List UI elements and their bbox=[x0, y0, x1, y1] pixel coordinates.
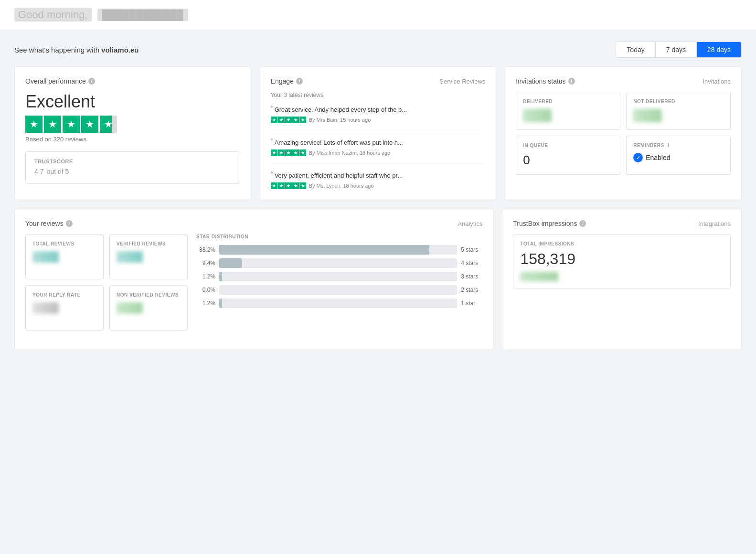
delivered-value bbox=[523, 109, 552, 122]
review-quote-3: Very patient, efficient and helpful staf… bbox=[271, 170, 486, 180]
review-meta-1: By Mrs Bain, 15 hours ago bbox=[309, 117, 371, 123]
greeting-heading: Good morning, ████████████ bbox=[14, 9, 742, 21]
main-content: See what's happening with voliamo.eu Tod… bbox=[0, 30, 756, 362]
trustscore-label: TRUSTSCORE bbox=[34, 159, 231, 164]
trustscore-value: 4.7 out of 5 bbox=[34, 164, 231, 177]
time-button-group: Today 7 days 28 days bbox=[616, 42, 742, 58]
verified-reviews-value bbox=[117, 251, 143, 263]
total-reviews-label: TOTAL REVIEWS bbox=[32, 241, 96, 246]
your-reviews-content: TOTAL REVIEWS VERIFIED REVIEWS YOUR REPL… bbox=[25, 234, 482, 339]
mini-star: ★ bbox=[271, 182, 277, 189]
trustscore-suffix: out of 5 bbox=[47, 168, 69, 175]
review-item-2: Amazing service! Lots of effort was put … bbox=[271, 137, 486, 163]
engage-card: Engage i Service Reviews Your 3 latest r… bbox=[260, 66, 497, 200]
non-verified-value bbox=[117, 302, 143, 314]
impressions-box: TOTAL IMPRESSIONS 158,319 bbox=[513, 234, 731, 288]
star-4: ★ bbox=[81, 116, 98, 133]
review-stars-2: ★ ★ ★ ★ ★ By Miss Iman Nazim, 18 hours a… bbox=[271, 149, 486, 156]
trustscore-box: TRUSTSCORE 4.7 out of 5 bbox=[25, 151, 240, 184]
review-meta-2: By Miss Iman Nazim, 18 hours ago bbox=[309, 150, 391, 156]
mini-star: ★ bbox=[271, 149, 277, 156]
trustbox-title: TrustBox impressions i Integrations bbox=[513, 220, 731, 227]
reminders-label: REMINDERS i bbox=[633, 143, 724, 148]
star-bar-bg-3 bbox=[219, 272, 457, 281]
greeting-text: Good morning, bbox=[14, 8, 92, 21]
mini-star: ★ bbox=[299, 117, 306, 123]
in-queue-label: IN QUEUE bbox=[523, 143, 613, 148]
bottom-cards-row: Your reviews i Analytics TOTAL REVIEWS V… bbox=[14, 209, 742, 350]
mini-stars-1: ★ ★ ★ ★ ★ bbox=[271, 117, 306, 123]
engage-title: Engage i Service Reviews bbox=[271, 77, 486, 85]
verified-reviews-label: VERIFIED REVIEWS bbox=[117, 241, 181, 246]
engage-service-reviews-link[interactable]: Service Reviews bbox=[439, 78, 485, 85]
total-reviews-box: TOTAL REVIEWS bbox=[25, 234, 104, 279]
not-delivered-box: NOT DELIVERED bbox=[626, 92, 731, 130]
mini-star: ★ bbox=[292, 117, 299, 123]
star-pct-3: 1.2% bbox=[196, 273, 215, 280]
reviews-stats-grid: TOTAL REVIEWS VERIFIED REVIEWS YOUR REPL… bbox=[25, 234, 188, 339]
star-label-1: 1 star bbox=[461, 300, 482, 307]
total-reviews-value bbox=[32, 251, 59, 263]
star-pct-2: 0.0% bbox=[196, 287, 215, 293]
subtitle-prefix: See what's happening with bbox=[14, 46, 99, 54]
mini-star: ★ bbox=[285, 117, 292, 123]
reminders-info-icon[interactable]: i bbox=[668, 143, 669, 148]
invitations-info-icon[interactable]: i bbox=[568, 78, 575, 85]
delivered-box: DELIVERED bbox=[516, 92, 620, 130]
reviews-grid: TOTAL REVIEWS VERIFIED REVIEWS YOUR REPL… bbox=[25, 234, 188, 330]
in-queue-box: IN QUEUE 0 bbox=[516, 136, 620, 175]
reply-rate-label: YOUR REPLY RATE bbox=[32, 292, 96, 298]
trustbox-info-icon[interactable]: i bbox=[579, 220, 586, 227]
rating-label: Excellent bbox=[25, 92, 240, 112]
today-button[interactable]: Today bbox=[616, 42, 655, 57]
28days-button[interactable]: 28 days bbox=[697, 42, 741, 57]
impressions-chart-blurred bbox=[520, 272, 558, 281]
check-icon: ✓ bbox=[633, 153, 643, 162]
trustscore-number: 4.7 bbox=[34, 168, 43, 175]
mini-star: ★ bbox=[278, 182, 285, 189]
star-pct-1: 1.2% bbox=[196, 300, 215, 307]
star-bar-fill-3 bbox=[219, 272, 222, 281]
engage-subtitle: Your 3 latest reviews bbox=[271, 92, 486, 98]
reminders-enabled-text: Enabled bbox=[646, 154, 670, 161]
star-bar-fill-4 bbox=[219, 258, 242, 268]
star-2: ★ bbox=[44, 116, 61, 133]
star-bar-fill-1 bbox=[219, 298, 222, 308]
your-reviews-analytics-link[interactable]: Analytics bbox=[458, 220, 482, 227]
reply-rate-value bbox=[32, 302, 59, 314]
mini-star: ★ bbox=[285, 149, 292, 156]
invitations-title: Invitations status i Invitations bbox=[516, 77, 731, 85]
section-description: See what's happening with voliamo.eu bbox=[14, 46, 139, 54]
section-header: See what's happening with voliamo.eu Tod… bbox=[14, 42, 742, 58]
review-item-1: Great service. Andy helped every step of… bbox=[271, 104, 486, 130]
star-bar-bg-4 bbox=[219, 258, 457, 268]
in-queue-value: 0 bbox=[523, 153, 613, 168]
review-item-3: Very patient, efficient and helpful staf… bbox=[271, 170, 486, 189]
7days-button[interactable]: 7 days bbox=[656, 42, 697, 57]
non-verified-box: NON VERIFIED REVIEWS bbox=[109, 285, 188, 330]
star-bar-bg-2 bbox=[219, 285, 457, 295]
overall-performance-info-icon[interactable]: i bbox=[88, 78, 95, 85]
star-bar-bg-5 bbox=[219, 245, 457, 255]
trustbox-integrations-link[interactable]: Integrations bbox=[698, 220, 731, 227]
mini-star: ★ bbox=[299, 149, 306, 156]
invitations-grid: DELIVERED NOT DELIVERED IN QUEUE 0 REMIN… bbox=[516, 92, 731, 175]
engage-info-icon[interactable]: i bbox=[296, 78, 303, 85]
total-impressions-value: 158,319 bbox=[520, 250, 724, 268]
mini-star: ★ bbox=[285, 182, 292, 189]
star-1: ★ bbox=[25, 116, 43, 133]
star-row-3: 1.2% 3 stars bbox=[196, 272, 482, 281]
mini-star: ★ bbox=[299, 182, 306, 189]
invitations-link[interactable]: Invitations bbox=[703, 78, 731, 85]
mini-star: ★ bbox=[292, 182, 299, 189]
verified-reviews-box: VERIFIED REVIEWS bbox=[109, 234, 188, 279]
username-placeholder: ████████████ bbox=[97, 9, 188, 21]
star-row-5: 88.2% 5 stars bbox=[196, 245, 482, 255]
review-stars-1: ★ ★ ★ ★ ★ By Mrs Bain, 15 hours ago bbox=[271, 117, 486, 123]
reminders-box: REMINDERS i ✓ Enabled bbox=[626, 136, 731, 175]
your-reviews-card: Your reviews i Analytics TOTAL REVIEWS V… bbox=[14, 209, 493, 350]
star-distribution-section: STAR DISTRIBUTION 88.2% 5 stars 9.4% bbox=[196, 234, 482, 339]
delivered-label: DELIVERED bbox=[523, 99, 613, 104]
mini-star: ★ bbox=[271, 117, 277, 123]
your-reviews-info-icon[interactable]: i bbox=[66, 220, 73, 227]
